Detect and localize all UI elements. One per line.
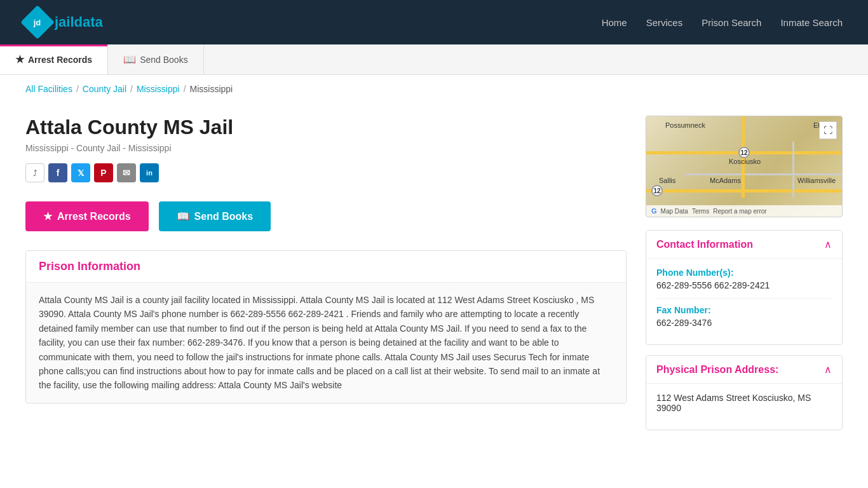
main-nav: Home Services Prison Search Inmate Searc… — [602, 17, 843, 28]
twitter-button[interactable]: 𝕏 — [71, 163, 90, 182]
right-column: Possumneck Ethel Kosciusko Sallis McAdam… — [646, 116, 843, 440]
arrest-records-label: Arrest Records — [57, 211, 131, 222]
address-collapse-icon[interactable]: ∧ — [824, 363, 832, 376]
map-image: Possumneck Ethel Kosciusko Sallis McAdam… — [646, 116, 842, 217]
address-title: Physical Prison Address: — [656, 364, 778, 376]
contact-info-body: Phone Number(s): 662-289-5556 662-289-24… — [646, 259, 842, 344]
map-footer: G Map Data Terms Report a map error — [646, 205, 842, 217]
facebook-button[interactable]: f — [48, 163, 67, 182]
prison-info-text: Attala County MS Jail is a county jail f… — [39, 293, 613, 393]
nav-prison-search[interactable]: Prison Search — [702, 17, 761, 28]
main-content: Attala County MS Jail Mississippi - Coun… — [0, 103, 868, 466]
contact-info-card: Contact Information ∧ Phone Number(s): 6… — [646, 230, 843, 345]
map-label-mcadams: McAdams — [710, 177, 741, 184]
map-label-possumneck: Possumneck — [665, 121, 705, 129]
map-route-badge2: 12 — [651, 185, 663, 196]
book-icon: 📖 — [123, 53, 136, 65]
prison-info-box: Prison Information Attala County MS Jail… — [25, 250, 627, 403]
breadcrumb-sep2: / — [130, 84, 133, 94]
breadcrumb: All Facilities / County Jail / Mississip… — [0, 75, 868, 103]
contact-info-header: Contact Information ∧ — [646, 231, 842, 259]
send-books-book-icon: 📖 — [177, 210, 189, 222]
map-data-label: Map Data — [661, 208, 688, 215]
logo-data: data — [74, 14, 103, 30]
tab-send-books[interactable]: 📖 Send Books — [108, 44, 204, 74]
contact-collapse-icon[interactable]: ∧ — [824, 238, 832, 250]
map-route-badge: 12 — [738, 147, 750, 158]
page-title: Attala County MS Jail — [25, 116, 627, 139]
tab-send-books-label: Send Books — [140, 55, 188, 65]
google-logo: G — [651, 207, 657, 215]
address-card-body: 112 West Adams Street Kosciusko, MS 3909… — [646, 384, 842, 430]
site-header: jd jaildata Home Services Prison Search … — [0, 0, 868, 44]
action-buttons: ★ Arrest Records 📖 Send Books — [25, 201, 627, 231]
map-road-v — [792, 142, 794, 198]
contact-divider — [656, 298, 832, 299]
map-label-williamsville: Williamsville — [797, 177, 836, 184]
email-button[interactable]: ✉ — [117, 163, 136, 182]
nav-inmate-search[interactable]: Inmate Search — [780, 17, 843, 28]
contact-info-title: Contact Information — [656, 239, 753, 250]
page-subtitle: Mississippi - County Jail - Mississippi — [25, 143, 627, 153]
breadcrumb-state[interactable]: Mississippi — [137, 84, 180, 94]
breadcrumb-current: Mississippi — [190, 84, 233, 94]
send-books-label: Send Books — [194, 211, 253, 222]
share-button[interactable]: ⤴ — [25, 163, 44, 182]
logo-diamond: jd — [20, 5, 55, 39]
prison-info-body: Attala County MS Jail is a county jail f… — [26, 283, 626, 403]
map-label-kosciusko: Kosciusko — [729, 158, 761, 165]
pinterest-button[interactable]: P — [94, 163, 113, 182]
star-icon: ★ — [15, 53, 24, 65]
logo[interactable]: jd jaildata — [25, 10, 103, 34]
nav-services[interactable]: Services — [646, 17, 683, 28]
send-books-button[interactable]: 📖 Send Books — [159, 201, 271, 231]
logo-initials: jd — [34, 18, 41, 27]
logo-text: jaildata — [55, 14, 103, 30]
map-label-sallis: Sallis — [659, 177, 675, 184]
nav-home[interactable]: Home — [602, 17, 627, 28]
breadcrumb-sep3: / — [184, 84, 186, 94]
breadcrumb-county-jail[interactable]: County Jail — [83, 84, 126, 94]
map-terms-label[interactable]: Terms — [692, 208, 709, 215]
address-value: 112 West Adams Street Kosciusko, MS 3909… — [656, 393, 832, 413]
breadcrumb-sep1: / — [76, 84, 79, 94]
social-share-bar: ⤴ f 𝕏 P ✉ in — [25, 163, 627, 182]
map-road — [684, 173, 842, 175]
breadcrumb-all-facilities[interactable]: All Facilities — [25, 84, 72, 94]
fax-value: 662-289-3476 — [656, 318, 832, 328]
prison-info-header: Prison Information — [26, 251, 626, 283]
map-error-label[interactable]: Report a map error — [713, 208, 766, 215]
address-card-header: Physical Prison Address: ∧ — [646, 356, 842, 384]
phone-value: 662-289-5556 662-289-2421 — [656, 280, 832, 290]
fax-label: Fax Number: — [656, 305, 832, 315]
map-fullscreen-button[interactable]: ⛶ — [819, 121, 837, 139]
map-container[interactable]: Possumneck Ethel Kosciusko Sallis McAdam… — [646, 116, 843, 217]
logo-jail: jail — [55, 14, 74, 30]
arrest-star-icon: ★ — [43, 210, 52, 222]
left-column: Attala County MS Jail Mississippi - Coun… — [25, 116, 627, 440]
subnav-bar: ★ Arrest Records 📖 Send Books — [0, 44, 868, 75]
address-card: Physical Prison Address: ∧ 112 West Adam… — [646, 355, 843, 430]
prison-info-title: Prison Information — [39, 260, 613, 273]
tab-arrest-records-label: Arrest Records — [28, 55, 92, 65]
arrest-records-button[interactable]: ★ Arrest Records — [25, 201, 149, 231]
tab-arrest-records[interactable]: ★ Arrest Records — [0, 44, 108, 74]
phone-label: Phone Number(s): — [656, 268, 832, 278]
linkedin-button[interactable]: in — [140, 163, 159, 182]
